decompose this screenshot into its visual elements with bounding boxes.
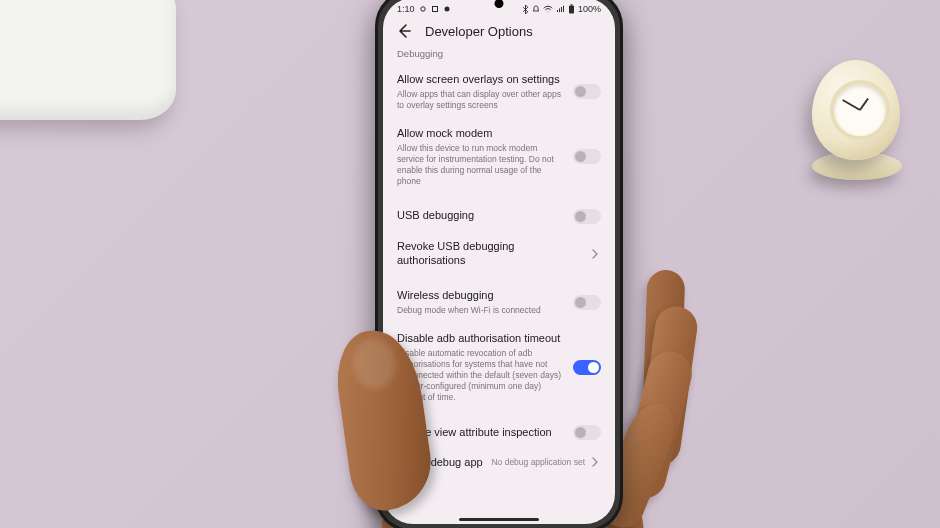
toggle-mock-modem[interactable]: [573, 149, 601, 164]
wifi-icon: [543, 5, 553, 13]
decor-clock: [812, 60, 904, 200]
toggle-usb-debugging[interactable]: [573, 209, 601, 224]
setting-wireless-debugging[interactable]: Wireless debugging Debug mode when Wi-Fi…: [395, 281, 603, 324]
setting-desc: Disable automatic revocation of adb auth…: [397, 348, 565, 403]
notification-misc-icon: [443, 5, 451, 13]
page-title: Developer Options: [425, 24, 533, 39]
app-header: Developer Options: [383, 16, 615, 48]
svg-point-2: [444, 7, 449, 12]
svg-point-0: [420, 7, 424, 11]
status-battery: 100%: [578, 4, 601, 14]
bluetooth-icon: [522, 5, 529, 14]
back-button[interactable]: [395, 22, 413, 40]
svg-rect-3: [569, 6, 574, 14]
toggle-disable-adb-timeout[interactable]: [573, 360, 601, 375]
nav-pill-icon: [459, 518, 539, 521]
gesture-nav-bar[interactable]: [383, 514, 615, 524]
decor-plant: [0, 0, 176, 120]
arrow-left-icon: [396, 23, 412, 39]
setting-title: USB debugging: [397, 209, 565, 223]
signal-icon: [556, 5, 565, 13]
setting-desc: Allow apps that can display over other a…: [397, 89, 565, 111]
setting-revoke-usb-auth[interactable]: Revoke USB debugging authorisations: [395, 232, 603, 276]
section-label-debugging: Debugging: [383, 48, 615, 65]
chevron-right-icon: [589, 248, 601, 260]
battery-icon: [568, 4, 575, 14]
setting-usb-debugging[interactable]: USB debugging: [395, 201, 603, 232]
dnd-icon: [532, 5, 540, 13]
svg-rect-4: [570, 4, 572, 5]
setting-title: Allow mock modem: [397, 127, 565, 141]
setting-title: Disable adb authorisation timeout: [397, 332, 565, 346]
select-debug-app-value: No debug application set: [491, 457, 585, 467]
toggle-wireless-debugging[interactable]: [573, 295, 601, 310]
chevron-right-icon: [589, 456, 601, 468]
setting-title: Allow screen overlays on settings: [397, 73, 565, 87]
setting-allow-overlays[interactable]: Allow screen overlays on settings Allow …: [395, 65, 603, 119]
setting-title: Revoke USB debugging authorisations: [397, 240, 581, 268]
setting-disable-adb-timeout[interactable]: Disable adb authorisation timeout Disabl…: [395, 324, 603, 411]
toggle-allow-overlays[interactable]: [573, 84, 601, 99]
status-time: 1:10: [397, 4, 415, 14]
setting-title: Wireless debugging: [397, 289, 565, 303]
notification-dot-icon: [419, 5, 427, 13]
notification-app-icon: [431, 5, 439, 13]
toggle-view-attr-inspection[interactable]: [573, 425, 601, 440]
scene: 1:10: [0, 0, 940, 528]
svg-rect-1: [432, 7, 437, 12]
setting-desc: Debug mode when Wi-Fi is connected: [397, 305, 565, 316]
setting-mock-modem[interactable]: Allow mock modem Allow this device to ru…: [395, 119, 603, 195]
setting-desc: Allow this device to run mock modem serv…: [397, 143, 565, 187]
